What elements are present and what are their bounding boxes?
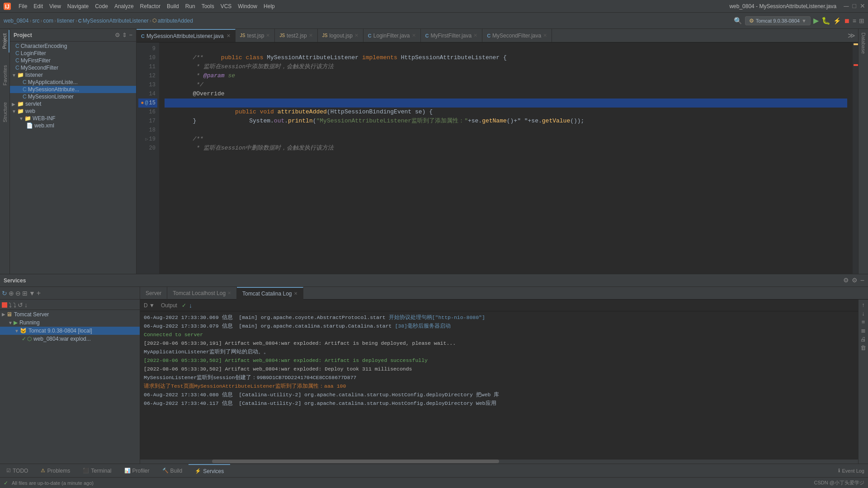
tab-problems[interactable]: ⚠ Problems — [34, 464, 76, 478]
tab-close-icon[interactable]: ✕ — [354, 33, 359, 38]
print-icon[interactable]: 🖨 — [860, 336, 866, 343]
server-selector[interactable]: ⚙ Tomcat 9.0.38-0804 ▼ — [745, 16, 811, 25]
menu-code[interactable]: Code — [92, 2, 111, 10]
tab-catalina-log[interactable]: Tomcat Catalina Log ✕ — [237, 287, 303, 300]
close-button[interactable]: ✕ — [860, 2, 865, 10]
svc-running[interactable]: ▼ ▶ Running — [0, 319, 140, 327]
tree-item-mysessionattribute[interactable]: C MySessionAttribute... — [10, 86, 136, 93]
resume-icon[interactable]: ↺ — [18, 301, 23, 309]
minimize-button[interactable]: ─ — [844, 2, 849, 10]
tree-item-mysecondfilter[interactable]: C MySecondFilter — [10, 64, 136, 71]
step-over-icon[interactable]: ⤵ — [9, 301, 12, 309]
redeploy-icon[interactable]: ↓ — [24, 301, 28, 309]
project-expand-icon[interactable]: ⇕ — [122, 32, 127, 38]
menu-run[interactable]: Run — [182, 2, 198, 10]
tab-close-icon[interactable]: ✕ — [412, 33, 416, 38]
dropdown-d[interactable]: D ▼ — [144, 302, 155, 309]
breadcrumb-class[interactable]: MySessionAttributeListener — [83, 18, 149, 24]
refresh-icon[interactable]: ↻ — [2, 290, 7, 297]
tree-item-web[interactable]: ▼ 📁 web — [10, 108, 136, 115]
breadcrumb-method[interactable]: attributeAdded — [158, 18, 193, 24]
gear-icon[interactable]: ⚙ — [852, 277, 858, 285]
collapse-all-icon[interactable]: ⊖ — [15, 290, 21, 297]
settings-icon[interactable]: ⚙ — [843, 277, 849, 285]
svc-tomcat-instance[interactable]: ▼ 🐱 Tomcat 9.0.38-0804 [local] — [0, 327, 140, 335]
svc-tomcat-server[interactable]: ▶ 🖥 Tomcat Server — [0, 310, 140, 319]
tree-item-mysessionlistener[interactable]: C MySessionListener — [10, 93, 136, 100]
menu-build[interactable]: Build — [164, 2, 182, 10]
menu-file[interactable]: File — [15, 2, 30, 10]
close-localhost-tab[interactable]: ✕ — [227, 291, 231, 296]
expand-all-icon[interactable]: ⊕ — [9, 290, 14, 297]
breadcrumb-project[interactable]: web_0804 — [4, 18, 28, 24]
tab-close-icon[interactable]: ✕ — [226, 33, 231, 39]
menu-edit[interactable]: Edit — [30, 2, 46, 10]
tree-item-loginfilter[interactable]: C LoginFilter — [10, 50, 136, 57]
favorites-tab-vertical[interactable]: Favorites — [1, 61, 9, 89]
tab-localhost-log[interactable]: Tomcat Localhost Log ✕ — [167, 287, 237, 300]
tree-item-servlet[interactable]: ▶ 📁 servlet — [10, 100, 136, 108]
scroll-bottom-icon[interactable]: ↓ — [862, 310, 865, 317]
run-coverage-button[interactable]: ⚡ — [833, 17, 841, 24]
group-icon[interactable]: ⊞ — [22, 290, 28, 297]
scroll-thumb[interactable] — [212, 460, 499, 463]
tree-item-webxml[interactable]: 📄 web.xml — [10, 122, 136, 129]
menu-window[interactable]: Window — [235, 2, 260, 10]
menu-help[interactable]: Help — [260, 2, 278, 10]
stop-service-icon[interactable] — [2, 302, 7, 308]
output-content[interactable]: 06-Aug-2022 17:33:30.069 信息 [main] org.a… — [140, 311, 858, 459]
project-tab-vertical[interactable]: Project — [0, 30, 9, 52]
tree-item-listener[interactable]: ▼ 📁 listener — [10, 71, 136, 79]
tree-item-charencoding[interactable]: C CharacterEncoding — [10, 42, 136, 50]
run-button[interactable]: ▶ — [813, 16, 819, 25]
menu-tools[interactable]: Tools — [198, 2, 217, 10]
project-collapse-icon[interactable]: − — [129, 32, 132, 38]
toolbar-layout-button[interactable]: ⊞ — [859, 17, 864, 24]
tab-test2jsp[interactable]: JS test2.jsp ✕ — [275, 29, 317, 42]
tab-close-icon[interactable]: ✕ — [473, 33, 477, 38]
tab-loginfilter[interactable]: C LoginFilter.java ✕ — [363, 29, 421, 42]
tab-server[interactable]: Server — [140, 287, 167, 300]
filter-icon[interactable]: ▼ — [29, 290, 35, 297]
collapse-icon[interactable]: − — [860, 277, 864, 285]
tab-overflow-button[interactable]: ≫ — [845, 31, 858, 40]
trash-icon[interactable]: 🗑 — [860, 344, 866, 351]
stop-button[interactable]: ⏹ — [844, 17, 850, 24]
menu-refactor[interactable]: Refactor — [137, 2, 164, 10]
close-catalina-tab[interactable]: ✕ — [294, 291, 297, 296]
tab-terminal[interactable]: ⬛ Terminal — [76, 464, 118, 478]
tree-item-webinf[interactable]: ▼ 📁 WEB-INF — [10, 115, 136, 122]
menu-vcs[interactable]: VCS — [217, 2, 235, 10]
database-tab-vertical[interactable]: Database — [859, 29, 868, 57]
tab-todo[interactable]: ☑ TODO — [0, 464, 34, 478]
add-icon[interactable]: + — [37, 289, 41, 297]
breadcrumb-com[interactable]: com — [43, 18, 53, 24]
tab-testjsp[interactable]: JS test.jsp ✕ — [236, 29, 275, 42]
tab-mysessionattribute[interactable]: C MySessionAttributeListener.java ✕ — [137, 29, 236, 42]
scroll-top-icon[interactable]: ↑ — [862, 301, 865, 308]
structure-tab-vertical[interactable]: Structure — [1, 99, 9, 126]
tab-myfirstfilter[interactable]: C MyFirstFilter.java ✕ — [421, 29, 483, 42]
tab-mysecondfilter[interactable]: C MySecondFilter.java ✕ — [482, 29, 552, 42]
search-everywhere-icon[interactable]: 🔍 — [734, 17, 742, 25]
debug-button[interactable]: 🐛 — [821, 16, 830, 25]
toolbar-more-button[interactable]: ≡ — [853, 17, 856, 24]
svc-war-item[interactable]: ✓ ⬡ web_0804:war explod... — [0, 335, 140, 343]
step-in-icon[interactable]: ⤵ — [13, 301, 16, 309]
menu-view[interactable]: View — [46, 2, 64, 10]
tree-item-myfirstfilter[interactable]: C MyFirstFilter — [10, 57, 136, 64]
scroll-align-icon[interactable]: ≣ — [861, 327, 866, 334]
scroll-line-icon[interactable]: ≡ — [862, 319, 865, 325]
code-lines[interactable]: public class MySessionAttributeListener … — [159, 42, 853, 274]
tab-close-icon[interactable]: ✕ — [309, 33, 313, 38]
tab-services-bottom[interactable]: ⚡ Services — [189, 464, 230, 478]
tab-close-icon[interactable]: ✕ — [266, 33, 270, 38]
event-log-button[interactable]: ℹ Event Log — [835, 468, 868, 474]
menu-analyze[interactable]: Analyze — [111, 2, 137, 10]
tree-item-myapplistener[interactable]: C MyApplicationListe... — [10, 79, 136, 86]
tab-build[interactable]: 🔨 Build — [156, 464, 189, 478]
tab-close-icon[interactable]: ✕ — [543, 33, 547, 38]
breadcrumb-listener[interactable]: listener — [57, 18, 75, 24]
output-blue-arrow[interactable]: ↓ — [189, 302, 192, 309]
tab-profiler[interactable]: 📊 Profiler — [118, 464, 156, 478]
